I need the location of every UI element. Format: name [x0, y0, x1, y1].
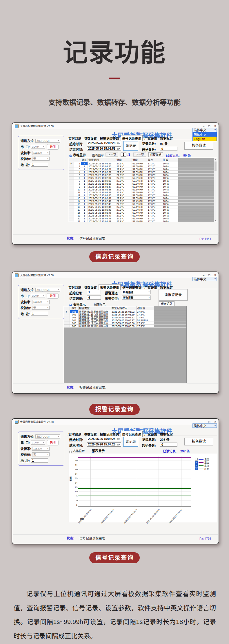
close-port-button[interactable]: 关闭: [47, 440, 59, 445]
tab-实时监测[interactable]: 实时监测: [67, 135, 82, 141]
save-records-button[interactable]: 保存记录: [148, 152, 163, 157]
close-icon[interactable]: ×: [214, 420, 216, 423]
tab-厂家设置[interactable]: 厂家设置: [143, 431, 158, 437]
baud-select[interactable]: 115200▾: [32, 447, 50, 451]
tab-信号记录查询[interactable]: 信号记录查询: [121, 431, 143, 437]
tab-实时监测[interactable]: 实时监测: [67, 431, 82, 437]
legend-checkbox-湿度[interactable]: ✓: [195, 461, 198, 464]
tab-数据标定[interactable]: 数据标定: [159, 135, 174, 141]
table-row[interactable]: 1712025-05-26 15:02:4527.9℃52.3%RH17.3℃1…: [69, 208, 217, 211]
table-row[interactable]: 2012025-05-26 15:02:4827.9℃52.4%RH17.3℃1…: [69, 217, 217, 220]
tab-数据标定[interactable]: 数据标定: [159, 431, 174, 437]
table-row[interactable]: 003报警通道3:温度高报警返回2025-05-26 15:03:2227.9℃: [64, 316, 186, 319]
end-time-field[interactable]: 2025-05-26 15:07:25▦▾: [87, 442, 121, 447]
tab-报警记录查询[interactable]: 报警记录查询: [99, 431, 120, 437]
table-row[interactable]: 1112025-05-26 15:02:3927.9℃52.3%RH17.3℃1…: [69, 191, 217, 194]
calendar-icon[interactable]: ▦▾: [117, 438, 120, 440]
minimize-icon[interactable]: –: [203, 124, 205, 128]
tab-厂家设置[interactable]: 厂家设置: [143, 135, 158, 141]
legend-checkbox-压差[interactable]: ✓: [195, 467, 198, 470]
comm-select[interactable]: 串口(COM)▾: [35, 288, 60, 292]
tab-参数设置[interactable]: 参数设置: [83, 431, 98, 437]
scroll-up-icon[interactable]: ▲: [214, 158, 217, 160]
tab-报警记录查询[interactable]: 报警记录查询: [99, 135, 120, 141]
table-row[interactable]: ▸112025-05-26 15:02:2927.9℃52.3%RH17.2℃1…: [69, 162, 217, 165]
language-option-english[interactable]: English: [193, 137, 217, 141]
minimize-icon[interactable]: –: [203, 420, 205, 423]
table-scrollbar[interactable]: ▲ ▼: [214, 158, 217, 222]
start-index-input[interactable]: 0: [160, 443, 177, 447]
start-time-field[interactable]: 2025-05-26 15:02:28▦▾: [87, 141, 121, 145]
port-select[interactable]: COM4▾: [31, 145, 45, 149]
language-select[interactable]: 简体中文 ▾: [192, 128, 217, 132]
table-row[interactable]: 1312025-05-26 15:02:4127.9℃52.3%RH17.3℃1…: [69, 197, 217, 200]
calendar-icon[interactable]: ▦▾: [117, 147, 120, 150]
language-option-chinese[interactable]: 简体中文: [193, 132, 217, 137]
start-time-field[interactable]: 2025-05-26 15:02:28▦▾: [87, 437, 121, 441]
end-time-field[interactable]: 2025-05-26 15:03:58▦▾: [87, 146, 121, 151]
table-view-radio[interactable]: [69, 451, 72, 453]
language-select[interactable]: 简体中文 ▾: [192, 277, 217, 281]
close-port-button[interactable]: 关闭: [47, 144, 59, 150]
table-row[interactable]: 212025-05-26 15:02:3027.9℃52.3%RH17.2℃10…: [69, 165, 217, 168]
close-port-button[interactable]: 关闭: [47, 293, 59, 299]
close-icon[interactable]: ×: [214, 274, 216, 277]
table-row[interactable]: 1012025-05-26 15:02:3827.9℃52.3%RH17.3℃1…: [69, 188, 217, 191]
parity-select[interactable]: 无▾: [32, 157, 50, 161]
next-page-button[interactable]: 下一页: [133, 153, 146, 157]
close-icon[interactable]: ×: [214, 124, 216, 128]
table-row[interactable]: 002报警通道2:露点高报警返回2025-05-26 15:03:1917.3℃: [64, 313, 186, 316]
maximize-icon[interactable]: □: [208, 420, 210, 423]
table-row[interactable]: 005报警通道1:温度高报警返回2025-05-26 15:03:3627.9℃: [64, 322, 186, 325]
parity-select[interactable]: 无▾: [32, 452, 50, 456]
comm-select[interactable]: 串口(COM)▾: [35, 139, 60, 143]
language-select[interactable]: 简体中文 ▾: [192, 423, 217, 428]
legend-checkbox-露点[interactable]: ✓: [195, 464, 198, 467]
table-view-radio[interactable]: [69, 155, 72, 157]
start-record-input[interactable]: 1: [87, 290, 101, 294]
scroll-thumb[interactable]: [215, 162, 217, 171]
save-records-button[interactable]: 保存记录: [159, 301, 175, 306]
table-row[interactable]: 1412025-05-26 15:02:4227.9℃52.4%RH17.3℃1…: [69, 200, 217, 203]
prev-page-button[interactable]: 上一页: [106, 153, 118, 157]
address-input[interactable]: 1: [31, 312, 48, 316]
table-row[interactable]: 812025-05-26 15:02:3627.9℃52.3%RH17.3℃10…: [69, 182, 217, 185]
tab-参数设置[interactable]: 参数设置: [83, 135, 98, 141]
port-select[interactable]: COM4▾: [31, 441, 45, 445]
chart-view-label[interactable]: 图表显示: [92, 153, 104, 157]
minimize-icon[interactable]: –: [203, 274, 205, 277]
table-row[interactable]: 712025-05-26 15:02:3527.9℃52.3%RH17.2℃10…: [69, 179, 217, 182]
table-row[interactable]: 1812025-05-26 15:02:4627.9℃52.4%RH17.3℃1…: [69, 211, 217, 214]
read-by-count-button[interactable]: 按条数读: [184, 142, 213, 150]
table-row[interactable]: 412025-05-26 15:02:3227.9℃52.3%RH17.3℃10…: [69, 171, 217, 174]
chart-view-label[interactable]: 图表显示: [92, 448, 105, 453]
page-number-input[interactable]: 1: [121, 153, 126, 157]
read-alarm-records-button[interactable]: 读报警记录: [159, 289, 188, 301]
table-row[interactable]: 1912025-05-26 15:02:4727.9℃52.4%RH17.3℃1…: [69, 214, 217, 217]
calendar-icon[interactable]: ▦▾: [117, 443, 120, 446]
maximize-icon[interactable]: □: [208, 124, 210, 128]
tab-实时监测[interactable]: 实时监测: [67, 285, 82, 290]
read-records-button[interactable]: 读记录: [123, 437, 138, 447]
baud-select[interactable]: 115200▾: [32, 151, 50, 155]
table-view-label[interactable]: 表格显示: [73, 153, 86, 157]
legend-checkbox-温度[interactable]: [195, 458, 198, 460]
comm-select[interactable]: 串口(COM)▾: [35, 434, 60, 438]
tab-报警记录查询[interactable]: 报警记录查询: [99, 284, 121, 290]
table-row[interactable]: 1212025-05-26 15:02:4027.9℃52.3%RH17.3℃1…: [69, 194, 217, 197]
parity-select[interactable]: 无▾: [32, 306, 50, 310]
address-input[interactable]: 1: [31, 458, 48, 463]
table-row[interactable]: 612025-05-26 15:02:3427.9℃52.3%RH17.2℃10…: [69, 177, 217, 179]
tab-参数设置[interactable]: 参数设置: [83, 285, 98, 290]
tab-信号记录查询[interactable]: 信号记录查询: [121, 285, 143, 290]
maximize-icon[interactable]: □: [208, 274, 210, 277]
table-row[interactable]: 006报警通道2:露点低报警动作2025-05-26 15:03:3917.3℃: [64, 325, 186, 328]
tab-厂家设置[interactable]: 厂家设置: [143, 285, 158, 290]
table-row[interactable]: 512025-05-26 15:02:3327.9℃52.3%RH17.3℃10…: [69, 174, 217, 177]
table-row[interactable]: 004报警通道4:湿度高报警动作2025-05-26 15:03:2752.5%…: [64, 319, 186, 322]
table-row[interactable]: ▸001报警通道1:温度低报警动作2025-05-26 15:03:0227.9…: [64, 310, 186, 313]
table-row[interactable]: 312025-05-26 15:02:3127.9℃52.3%RH17.3℃10…: [69, 168, 217, 171]
alarm-channel-select[interactable]: 所有通道▾: [122, 290, 151, 294]
read-by-count-button[interactable]: 按条数读: [184, 438, 213, 445]
end-record-input[interactable]: 6: [87, 296, 101, 300]
